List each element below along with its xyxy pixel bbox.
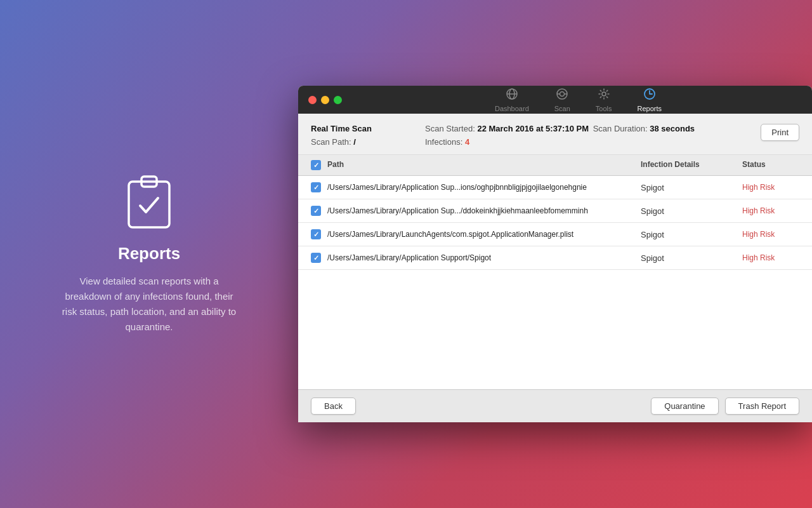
scan-type: Real Time Scan bbox=[311, 124, 372, 133]
app-window: Dashboard Scan bbox=[298, 86, 812, 422]
traffic-lights bbox=[308, 96, 342, 104]
row3-checkbox[interactable] bbox=[311, 229, 321, 239]
infections-value: 4 bbox=[465, 137, 469, 147]
table-row: /Users/James/Library/LaunchAgents/com.sp… bbox=[298, 223, 812, 246]
select-all-checkbox[interactable] bbox=[311, 160, 321, 170]
quarantine-button[interactable]: Quarantine bbox=[651, 398, 718, 415]
svg-point-9 bbox=[602, 92, 606, 96]
left-panel-title: Reports bbox=[118, 244, 180, 264]
dashboard-label: Dashboard bbox=[495, 105, 529, 112]
close-button[interactable] bbox=[308, 96, 317, 104]
bottom-bar: Back Quarantine Trash Report bbox=[298, 389, 812, 422]
trash-report-button[interactable]: Trash Report bbox=[725, 398, 799, 415]
action-buttons: Quarantine Trash Report bbox=[651, 398, 799, 415]
table-row: /Users/James/Library/Application Support… bbox=[298, 246, 812, 270]
row1-checkbox-cell bbox=[298, 182, 321, 192]
tools-label: Tools bbox=[596, 105, 612, 112]
row1-checkbox[interactable] bbox=[311, 182, 321, 192]
minimize-button[interactable] bbox=[321, 96, 329, 104]
scan-path-label: Scan Path: bbox=[311, 137, 351, 147]
row2-checkbox-cell bbox=[298, 206, 321, 216]
table-row: /Users/James/Library/Application Sup.../… bbox=[298, 199, 812, 223]
nav-item-reports[interactable]: Reports bbox=[627, 86, 672, 115]
scan-info-middle: Scan Started: 22 March 2016 at 5:37:10 P… bbox=[425, 124, 593, 147]
results-table: Path Infection Details Status /Users/Jam… bbox=[298, 155, 812, 389]
nav-bar: Dashboard Scan bbox=[355, 86, 802, 115]
scan-duration-row: Scan Duration: 38 seconds bbox=[593, 124, 761, 133]
row1-infection: Spigot bbox=[634, 183, 736, 192]
scan-path-row: Scan Path: / bbox=[311, 137, 425, 147]
scan-duration-value: 38 seconds bbox=[650, 124, 695, 133]
left-panel: Reports View detailed scan reports with … bbox=[0, 0, 298, 508]
row2-infection: Spigot bbox=[634, 206, 736, 216]
svg-point-6 bbox=[560, 91, 565, 96]
reports-icon bbox=[643, 88, 656, 102]
scan-started-value: 22 March 2016 at 5:37:10 PM bbox=[477, 124, 589, 133]
row4-infection: Spigot bbox=[634, 253, 736, 263]
scan-info-right: Scan Duration: 38 seconds bbox=[593, 124, 761, 133]
scan-info-left: Real Time Scan Scan Path: / bbox=[311, 124, 425, 147]
row2-status: High Risk bbox=[736, 206, 812, 215]
print-button-wrap: Print bbox=[761, 124, 799, 141]
maximize-button[interactable] bbox=[334, 96, 342, 104]
nav-item-dashboard[interactable]: Dashboard bbox=[485, 86, 539, 115]
row2-path: /Users/James/Library/Application Sup.../… bbox=[321, 206, 634, 215]
row3-status: High Risk bbox=[736, 230, 812, 239]
row1-status: High Risk bbox=[736, 183, 812, 192]
row4-checkbox[interactable] bbox=[311, 253, 321, 263]
row1-path: /Users/James/Library/Application Sup...i… bbox=[321, 183, 634, 192]
print-button[interactable]: Print bbox=[761, 124, 799, 141]
header-checkbox-cell bbox=[298, 160, 321, 170]
header-infection: Infection Details bbox=[634, 160, 736, 170]
row3-path: /Users/James/Library/LaunchAgents/com.sp… bbox=[321, 230, 634, 239]
scan-started-label: Scan Started: bbox=[425, 124, 475, 133]
header-status: Status bbox=[736, 160, 812, 170]
scan-path-value: / bbox=[353, 137, 356, 147]
svg-rect-0 bbox=[129, 182, 169, 227]
scan-started-row: Scan Started: 22 March 2016 at 5:37:10 P… bbox=[425, 124, 593, 133]
scan-type-row: Real Time Scan bbox=[311, 124, 425, 133]
scan-duration-label: Scan Duration: bbox=[593, 124, 648, 133]
row2-checkbox[interactable] bbox=[311, 206, 321, 216]
left-panel-desc: View detailed scan reports with a breakd… bbox=[60, 274, 238, 335]
scan-icon bbox=[556, 88, 568, 102]
nav-item-tools[interactable]: Tools bbox=[586, 86, 622, 115]
table-header: Path Infection Details Status bbox=[298, 155, 812, 176]
content-area: Real Time Scan Scan Path: / Scan Started… bbox=[298, 114, 812, 422]
back-button[interactable]: Back bbox=[311, 398, 356, 415]
scan-infections-row: Infections: 4 bbox=[425, 137, 593, 147]
clipboard-icon bbox=[124, 174, 174, 231]
table-row: /Users/James/Library/Application Sup...i… bbox=[298, 176, 812, 199]
tools-icon bbox=[598, 88, 610, 102]
dashboard-icon bbox=[506, 88, 518, 102]
scan-info-header: Real Time Scan Scan Path: / Scan Started… bbox=[298, 114, 812, 155]
nav-item-scan[interactable]: Scan bbox=[544, 86, 580, 115]
title-bar: Dashboard Scan bbox=[298, 86, 812, 114]
infections-label: Infections: bbox=[425, 137, 462, 147]
reports-label: Reports bbox=[638, 105, 662, 112]
row3-infection: Spigot bbox=[634, 230, 736, 239]
scan-label: Scan bbox=[554, 105, 570, 112]
row4-status: High Risk bbox=[736, 253, 812, 262]
row4-path: /Users/James/Library/Application Support… bbox=[321, 253, 634, 262]
header-path: Path bbox=[321, 160, 634, 170]
row3-checkbox-cell bbox=[298, 229, 321, 239]
row4-checkbox-cell bbox=[298, 253, 321, 263]
